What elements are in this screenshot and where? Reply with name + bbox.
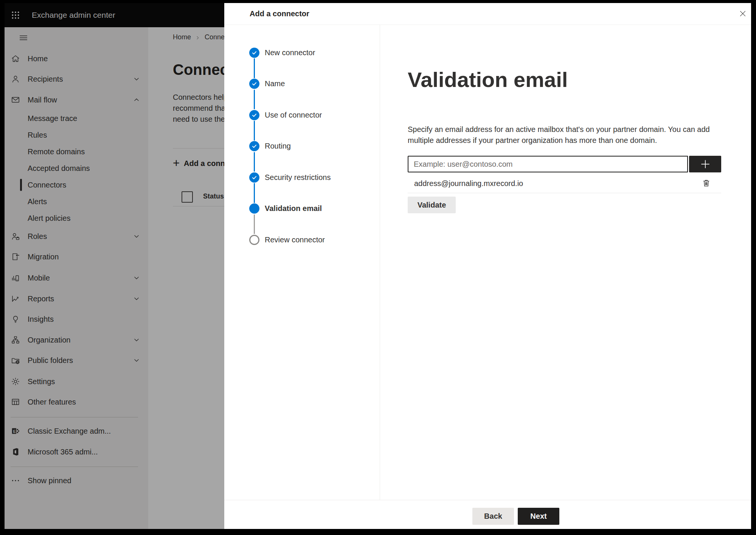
step-connector-line (254, 152, 255, 172)
step-connector-line (254, 214, 255, 234)
wizard-steps-panel: New connectorNameUse of connectorRouting… (224, 25, 380, 500)
step-name[interactable]: Name (249, 79, 285, 89)
email-input-row (408, 156, 721, 172)
plus-icon (700, 158, 711, 170)
step-connector-line (254, 58, 255, 78)
dialog-footer: Back Next (224, 500, 751, 529)
step-label: Routing (265, 142, 291, 150)
step-label: Use of connector (265, 111, 322, 119)
step-check-icon (249, 48, 259, 58)
email-address: address@journaling.mxrecord.io (414, 179, 523, 188)
add-email-button[interactable] (689, 156, 721, 172)
step-check-icon (249, 110, 259, 120)
delete-email-icon[interactable] (701, 178, 711, 188)
validate-button[interactable]: Validate (408, 197, 456, 213)
step-new-connector[interactable]: New connector (249, 47, 315, 58)
step-circle-icon (249, 203, 259, 214)
step-review-connector[interactable]: Review connector (249, 234, 325, 245)
added-email-row: address@journaling.mxrecord.io (408, 174, 721, 193)
add-connector-dialog: Add a connector New connectorNameUse of … (224, 3, 751, 529)
close-icon[interactable] (739, 9, 747, 18)
step-label: Review connector (265, 236, 325, 244)
step-heading: Validation email (408, 67, 568, 92)
step-routing[interactable]: Routing (249, 141, 291, 152)
step-circle-icon (249, 235, 259, 245)
dialog-header: Add a connector (224, 3, 751, 25)
next-button[interactable]: Next (518, 508, 559, 525)
step-connector-line (254, 90, 255, 110)
step-check-icon (249, 141, 259, 151)
step-label: Security restrictions (265, 173, 331, 182)
step-check-icon (249, 172, 259, 183)
step-validation-email[interactable]: Validation email (249, 203, 322, 214)
step-connector-line (254, 183, 255, 203)
dialog-content: Validation email Specify an email addres… (380, 25, 751, 500)
step-label: Name (265, 79, 285, 88)
step-description: Specify an email address for an active m… (408, 124, 710, 146)
step-label: New connector (265, 48, 315, 57)
exchange-admin-app: Exchange admin center HomeRecipientsMail… (5, 3, 751, 529)
step-check-icon (249, 79, 259, 89)
step-security-restrictions[interactable]: Security restrictions (249, 172, 331, 183)
step-use-of-connector[interactable]: Use of connector (249, 110, 322, 120)
step-connector-line (254, 121, 255, 141)
back-button[interactable]: Back (472, 508, 514, 525)
validation-email-input[interactable] (408, 156, 688, 172)
dialog-title: Add a connector (250, 3, 309, 25)
step-label: Validation email (265, 204, 322, 213)
